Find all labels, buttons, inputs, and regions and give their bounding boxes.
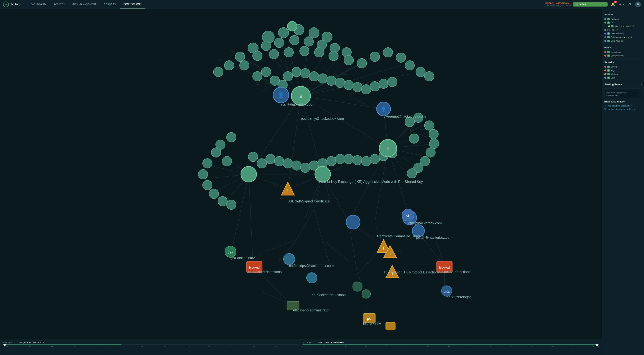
end-slider-thumb[interactable] <box>596 344 598 346</box>
svg-text:!: ! <box>287 188 289 193</box>
svg-point-111 <box>396 53 406 62</box>
svg-point-138 <box>429 139 439 149</box>
svg-point-176 <box>241 166 256 182</box>
svg-text:Internet Key Exchange (IKE) Ag: Internet Key Exchange (IKE) Aggressive M… <box>318 180 423 184</box>
svg-text:co-blocked-detections: co-blocked-detections <box>437 270 470 274</box>
summary-link-detections[interactable]: Tell me about my detections » <box>604 105 642 107</box>
filter-highly-connected-ip[interactable]: Highly Connected IP <box>604 25 642 28</box>
gworkspace-checkbox[interactable] <box>607 36 610 38</box>
low-checkbox[interactable] <box>607 77 610 79</box>
svg-text:bkeeemp@hackedbox.com: bkeeemp@hackedbox.com <box>384 115 426 118</box>
svg-point-153 <box>216 140 225 150</box>
ip-checkbox[interactable] <box>607 22 610 24</box>
build-summary-title: Build a Summary <box>604 100 642 103</box>
end-time-label: End time: <box>302 341 311 344</box>
svg-text:ursa-v2-zerologon: ursa-v2-zerologon <box>444 295 472 299</box>
svg-point-207 <box>306 273 317 283</box>
nav-activity[interactable]: ACTIVITY <box>50 0 68 9</box>
okta-label: Okta Account <box>611 40 623 42</box>
event-title: Event <box>604 46 642 49</box>
warning-nodes[interactable]: ! ! ! ! <box>281 182 399 278</box>
highly-connected-nodes[interactable]: 🖥 🖥 <box>241 86 396 182</box>
summary-link-vulnerabilities[interactable]: Tell me about my vulnerabilties » <box>604 108 642 110</box>
search-box[interactable]: ▾ <box>573 2 608 7</box>
svg-text:!: ! <box>389 251 391 256</box>
gworkspace-dot <box>604 36 606 38</box>
nav-risk-management[interactable]: RISK MANAGEMENT <box>68 0 100 9</box>
svg-point-119 <box>262 67 271 77</box>
low-label: Low <box>611 77 615 79</box>
severity-title: Severity <box>604 61 642 64</box>
svg-point-168 <box>361 156 371 166</box>
svg-text:👤: 👤 <box>381 107 386 112</box>
end-slider-track[interactable] <box>302 344 599 345</box>
critical-checkbox[interactable] <box>607 66 610 68</box>
network-graph[interactable]: 🖥 🖥 👤 👤 <box>0 9 602 340</box>
notifications-bell[interactable]: 🔔 1 <box>610 1 616 8</box>
okta-checkbox[interactable] <box>607 40 610 42</box>
start-slider-track[interactable] <box>3 344 299 345</box>
high-checkbox[interactable] <box>607 69 610 72</box>
endpoint-checkbox[interactable] <box>607 18 610 20</box>
filter-high[interactable]: High <box>604 69 642 72</box>
detections-checkbox[interactable] <box>607 51 610 53</box>
svg-text:jofits@hackerbox.com: jofits@hackerbox.com <box>407 221 442 225</box>
top-nav: AZ ActZero DASHBOARD ACTIVITY RISK MANAG… <box>0 0 644 9</box>
filter-low[interactable]: Low <box>604 77 642 79</box>
filter-rdp-ip[interactable]: RDP IP <box>604 29 642 31</box>
svg-line-60 <box>288 96 301 190</box>
search-input[interactable] <box>575 3 600 6</box>
svg-point-158 <box>274 156 284 166</box>
start-ticks: 01 Feb 03 05 07 09 11 13 15 17 19 21 23 … <box>3 345 299 347</box>
ai-ask-box[interactable]: Ask our AI about your environment. ℹ <box>604 90 642 98</box>
svg-point-148 <box>202 180 212 190</box>
filter-endpoint[interactable]: Endpoint <box>604 18 642 20</box>
graph-area[interactable]: 🖥 🖥 👤 👤 <box>0 9 602 355</box>
filter-okta[interactable]: Okta Account <box>604 40 642 42</box>
highly-connected-ip-dot <box>608 25 610 27</box>
ip-label: IP <box>611 22 613 24</box>
critical-dot <box>604 66 606 68</box>
svg-point-87 <box>278 28 289 38</box>
filter-gworkspace[interactable]: G-Workspace Account <box>604 36 642 38</box>
starting-points-header[interactable]: Starting Points ▾ <box>604 83 642 86</box>
svg-point-155 <box>248 152 258 162</box>
svg-point-150 <box>218 196 228 206</box>
endpoint-nodes[interactable]: gsa ↑ ursa <box>225 246 452 310</box>
medium-checkbox[interactable] <box>607 73 610 75</box>
nav-connections[interactable]: CONNECTIONS <box>120 0 145 9</box>
filter-0365[interactable]: 0365 Account <box>604 33 642 35</box>
nav-dashboard[interactable]: DASHBOARD <box>27 0 50 9</box>
highly-connected-ip-checkbox[interactable] <box>611 25 614 28</box>
notif-badge: 1 <box>614 1 617 3</box>
breach-email: threathunting@actzero.ai <box>546 5 571 7</box>
vulnerabilities-checkbox[interactable] <box>607 55 610 57</box>
svg-point-122 <box>283 72 293 81</box>
filter-medium[interactable]: Medium <box>604 73 642 75</box>
svg-point-95 <box>290 35 299 45</box>
logo[interactable]: AZ ActZero <box>3 2 20 7</box>
o365-checkbox[interactable] <box>607 33 610 35</box>
help-button[interactable]: HELP <box>618 1 624 8</box>
start-slider-thumb[interactable] <box>4 344 6 346</box>
filter-vulnerabilities[interactable]: Vulnerabilities <box>604 55 642 57</box>
svg-point-166 <box>344 154 354 164</box>
ai-info-icon[interactable]: ℹ <box>639 93 640 95</box>
settings-icon[interactable]: ⚙ <box>627 1 633 8</box>
filter-critical[interactable]: Critical <box>604 66 642 68</box>
svg-point-136 <box>424 121 434 130</box>
svg-point-144 <box>409 134 419 143</box>
svg-point-126 <box>318 74 327 83</box>
rdp-ip-checkbox[interactable] <box>607 29 610 31</box>
nav-reports[interactable]: REPORTS <box>100 0 120 9</box>
svg-text:staff@hackedbox.com: staff@hackedbox.com <box>281 103 315 106</box>
svg-line-77 <box>249 174 253 266</box>
svg-text:🖥: 🖥 <box>299 94 303 98</box>
avatar[interactable]: B <box>635 2 641 7</box>
detections-dot <box>604 51 606 53</box>
nav-items: DASHBOARD ACTIVITY RISK MANAGEMENT REPOR… <box>27 0 546 9</box>
filter-ip[interactable]: IP <box>604 22 642 24</box>
svg-point-169 <box>370 154 380 164</box>
svg-text:pfx/lyncycle: pfx/lyncycle <box>363 321 381 325</box>
filter-detections[interactable]: Detections <box>604 51 642 53</box>
